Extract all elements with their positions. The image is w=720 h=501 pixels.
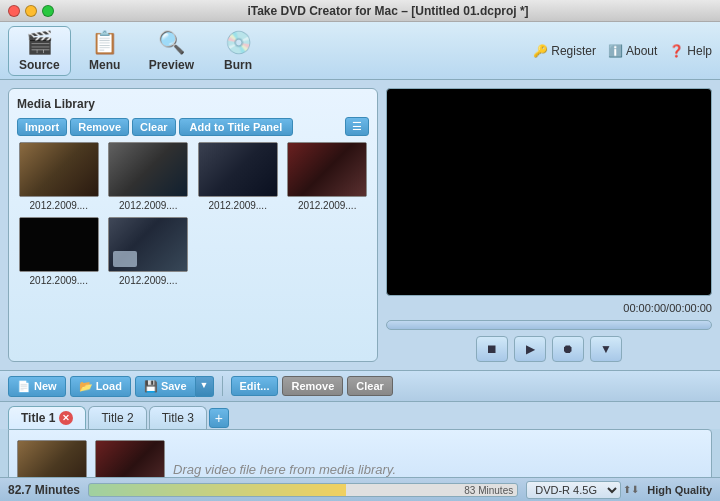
media-thumbnail [108, 217, 188, 272]
more-button[interactable]: ▼ [590, 336, 622, 362]
load-button[interactable]: 📂 Load [70, 376, 131, 397]
bottom-toolbar: 📄 New 📂 Load 💾 Save ▼ Edit... Remove Cle… [0, 370, 720, 402]
list-item[interactable]: 2012.2009.... [17, 142, 101, 211]
status-minutes: 82.7 Minutes [8, 483, 80, 497]
new-button[interactable]: 📄 New [8, 376, 66, 397]
source-icon: 🎬 [26, 30, 53, 56]
help-button[interactable]: ❓ Help [669, 44, 712, 58]
save-dropdown-button[interactable]: ▼ [196, 376, 214, 397]
menu-button[interactable]: 📋 Menu [75, 26, 135, 76]
maximize-button[interactable] [42, 5, 54, 17]
main-toolbar: 🎬 Source 📋 Menu 🔍 Preview 💿 Burn 🔑 Regis… [0, 22, 720, 80]
preview-controls: ⏹ ▶ ⏺ ▼ [386, 336, 712, 362]
media-label: 2012.2009.... [287, 200, 367, 211]
record-button[interactable]: ⏺ [552, 336, 584, 362]
help-icon: ❓ [669, 44, 684, 58]
media-thumbnail [108, 142, 188, 197]
preview-panel: 00:00:00/00:00:00 ⏹ ▶ ⏺ ▼ [386, 88, 712, 362]
list-item[interactable]: 2012.2009.... [196, 142, 280, 211]
list-view-button[interactable]: ☰ [345, 117, 369, 136]
separator [222, 376, 223, 396]
media-label: 2012.2009.... [19, 200, 99, 211]
tab-close-button[interactable]: ✕ [59, 411, 73, 425]
disc-type-select[interactable]: DVD-R 4.5G DVD-R 8.5G DVD+R 4.7G [526, 481, 621, 499]
new-icon: 📄 [17, 380, 31, 393]
add-tab-button[interactable]: + [209, 408, 229, 428]
tab-title-3[interactable]: Title 3 [149, 406, 207, 429]
add-to-title-button[interactable]: Add to Title Panel [179, 118, 294, 136]
preview-video [386, 88, 712, 296]
list-item[interactable]: 2012.2009.... [17, 217, 101, 286]
save-button[interactable]: 💾 Save [135, 376, 196, 397]
media-library-title: Media Library [17, 97, 369, 111]
media-thumbnail [198, 142, 278, 197]
window-controls [8, 5, 54, 17]
status-bar: 82.7 Minutes 83 Minutes DVD-R 4.5G DVD-R… [0, 477, 720, 501]
media-thumbnail [19, 217, 99, 272]
media-thumbnail [19, 142, 99, 197]
window-title: iTake DVD Creator for Mac – [Untitled 01… [64, 4, 712, 18]
burn-icon: 💿 [225, 30, 252, 56]
register-button[interactable]: 🔑 Register [533, 44, 596, 58]
media-label: 2012.2009.... [198, 200, 278, 211]
preview-timecode: 00:00:00/00:00:00 [386, 302, 712, 314]
list-item[interactable]: 2012.2009.... [286, 142, 370, 211]
load-icon: 📂 [79, 380, 93, 393]
preview-progress-bar[interactable] [386, 320, 712, 330]
list-item[interactable]: 2012.2009.... [107, 217, 191, 286]
play-button[interactable]: ▶ [514, 336, 546, 362]
minimize-button[interactable] [25, 5, 37, 17]
remove-button[interactable]: Remove [70, 118, 129, 136]
toolbar-right: 🔑 Register ℹ️ About ❓ Help [533, 44, 712, 58]
close-button[interactable] [8, 5, 20, 17]
register-icon: 🔑 [533, 44, 548, 58]
status-bar-label: 83 Minutes [464, 484, 513, 498]
tabs-area: Title 1 ✕ Title 2 Title 3 + [0, 402, 720, 429]
media-thumbnail [287, 142, 367, 197]
tab-title-2[interactable]: Title 2 [88, 406, 146, 429]
tab-title-1[interactable]: Title 1 ✕ [8, 406, 86, 429]
media-label: 2012.2009.... [108, 200, 188, 211]
disc-type-dropdown: DVD-R 4.5G DVD-R 8.5G DVD+R 4.7G ⬆⬇ [526, 481, 639, 499]
drop-hint-text: Drag video file here from media library. [173, 462, 396, 477]
quality-label: High Quality [647, 484, 712, 496]
save-button-split: 💾 Save ▼ [135, 376, 214, 397]
save-icon: 💾 [144, 380, 158, 393]
media-library: Media Library Import Remove Clear Add to… [8, 88, 378, 362]
clear-button[interactable]: Clear [132, 118, 176, 136]
list-item[interactable]: 2012.2009.... [107, 142, 191, 211]
clear-title-button[interactable]: Clear [347, 376, 393, 396]
about-button[interactable]: ℹ️ About [608, 44, 657, 58]
main-content: Media Library Import Remove Clear Add to… [0, 80, 720, 370]
menu-icon: 📋 [91, 30, 118, 56]
status-progress-bar: 83 Minutes [88, 483, 518, 497]
preview-button[interactable]: 🔍 Preview [139, 26, 204, 76]
media-grid: 2012.2009.... 2012.2009.... 2012.2009...… [17, 142, 369, 286]
about-icon: ℹ️ [608, 44, 623, 58]
edit-button[interactable]: Edit... [231, 376, 279, 396]
media-label: 2012.2009.... [19, 275, 99, 286]
preview-icon: 🔍 [158, 30, 185, 56]
burn-button[interactable]: 💿 Burn [208, 26, 268, 76]
remove-title-button[interactable]: Remove [282, 376, 343, 396]
media-library-toolbar: Import Remove Clear Add to Title Panel ☰ [17, 117, 369, 136]
stop-button[interactable]: ⏹ [476, 336, 508, 362]
media-label: 2012.2009.... [108, 275, 188, 286]
import-button[interactable]: Import [17, 118, 67, 136]
source-button[interactable]: 🎬 Source [8, 26, 71, 76]
title-bar: iTake DVD Creator for Mac – [Untitled 01… [0, 0, 720, 22]
